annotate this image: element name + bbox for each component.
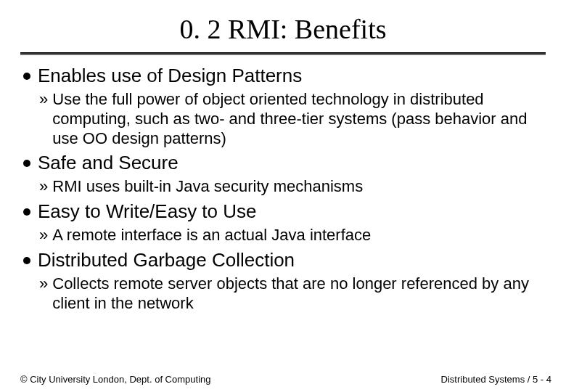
chevron-icon: » <box>39 274 48 293</box>
item-heading: Distributed Garbage Collection <box>38 250 295 271</box>
item-heading: Easy to Write/Easy to Use <box>38 201 257 223</box>
list-subitem: » Use the full power of object oriented … <box>23 90 543 148</box>
bullet-icon <box>23 257 30 264</box>
footer-right: Distributed Systems / 5 - 4 <box>441 374 551 385</box>
title-divider <box>20 52 546 55</box>
footer-left: © City University London, Dept. of Compu… <box>20 374 210 385</box>
subitem-text: A remote interface is an actual Java int… <box>52 226 371 245</box>
list-item: Distributed Garbage Collection <box>23 250 543 271</box>
item-heading: Safe and Secure <box>38 152 179 174</box>
slide-footer: © City University London, Dept. of Compu… <box>20 374 551 385</box>
list-item: Safe and Secure <box>23 152 543 174</box>
list-item: Easy to Write/Easy to Use <box>23 201 543 223</box>
chevron-icon: » <box>39 226 48 245</box>
bullet-icon <box>23 73 30 80</box>
bullet-content: Enables use of Design Patterns » Use the… <box>20 65 546 313</box>
subitem-text: Collects remote server objects that are … <box>52 274 543 314</box>
slide-title: 0. 2 RMI: Benefits <box>20 13 546 45</box>
item-heading: Enables use of Design Patterns <box>38 65 302 87</box>
list-subitem: » A remote interface is an actual Java i… <box>23 226 543 245</box>
list-subitem: » RMI uses built-in Java security mechan… <box>23 177 543 197</box>
bullet-icon <box>23 208 30 216</box>
list-subitem: » Collects remote server objects that ar… <box>23 274 543 314</box>
subitem-text: RMI uses built-in Java security mechanis… <box>52 177 363 197</box>
bullet-icon <box>23 160 30 167</box>
list-item: Enables use of Design Patterns <box>23 65 543 87</box>
subitem-text: Use the full power of object oriented te… <box>52 90 543 148</box>
chevron-icon: » <box>39 177 48 196</box>
chevron-icon: » <box>39 90 48 109</box>
